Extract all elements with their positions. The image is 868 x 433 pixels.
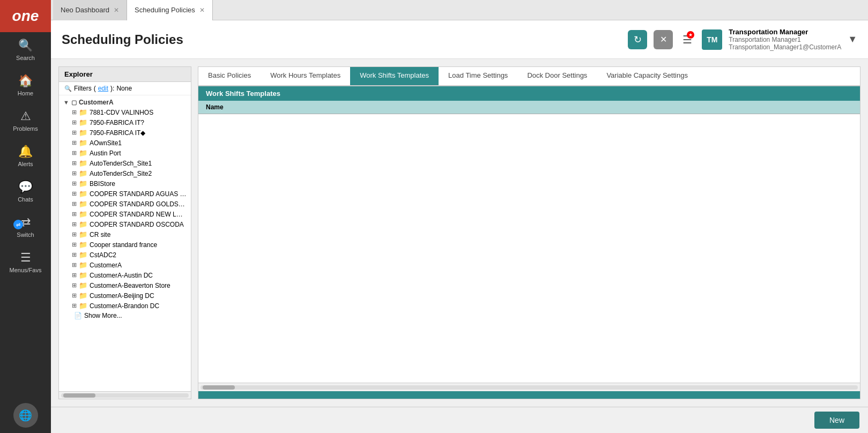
folder-icon: 📁 [79, 271, 87, 279]
expand-icon: ⊞ [72, 272, 77, 279]
explorer-horizontal-scrollbar[interactable] [61, 393, 189, 398]
folder-icon: 📁 [79, 241, 87, 249]
content-area: Explorer 🔍 Filters (edit): None ▼▢ Custo… [51, 59, 868, 407]
wst-table-header: Name [198, 101, 860, 114]
tree-label: AOwnSite1 [90, 139, 122, 147]
content-tab-label-basic-policies: Basic Policies [208, 71, 251, 79]
tree-item-austin-port[interactable]: ⊞📁Austin Port [59, 148, 191, 158]
tab-neo-dashboard[interactable]: Neo Dashboard ✕ [53, 0, 127, 20]
warning-icon: ⚠ [20, 109, 31, 123]
folder-icon: 📁 [79, 149, 87, 157]
tab-neo-dashboard-close[interactable]: ✕ [114, 6, 119, 14]
content-tab-dock-door-settings[interactable]: Dock Door Settings [517, 67, 597, 85]
expand-icon: ⊞ [72, 292, 77, 299]
sidebar-item-alerts[interactable]: 🔔 Alerts [0, 138, 51, 174]
folder-icon: 📁 [79, 261, 87, 269]
tree-item-cooper-aguas[interactable]: ⊞📁COOPER STANDARD AGUAS SEALING (3 [59, 189, 191, 199]
tree-label: CustomerA [79, 99, 114, 106]
filter-edit-link[interactable]: edit [98, 85, 108, 92]
sidebar-item-search[interactable]: 🔍 Search [0, 32, 51, 68]
content-tab-label-load-time-settings: Load Time Settings [448, 71, 508, 79]
tree-item-7950-it[interactable]: ⊞📁7950-FABRICA IT? [59, 117, 191, 128]
sidebar-avatar[interactable]: 🌐 [13, 403, 38, 428]
tree-item-show-more[interactable]: 📄Show More... [59, 311, 191, 320]
expand-icon: ⊞ [72, 160, 77, 167]
content-tab-basic-policies[interactable]: Basic Policies [198, 67, 261, 85]
sidebar-item-menus[interactable]: ☰ Menus/Favs [0, 244, 51, 280]
tree-label: 7950-FABRICA IT? [90, 119, 144, 126]
sidebar-item-switch[interactable]: ⇄ ⇌ Switch [0, 209, 51, 244]
sidebar-item-chats[interactable]: 💬 Chats [0, 174, 51, 209]
explorer-panel: Explorer 🔍 Filters (edit): None ▼▢ Custo… [58, 66, 191, 399]
folder-icon: 📁 [79, 118, 87, 126]
folder-icon: 📁 [79, 281, 87, 289]
filter-icon: 🔍 [64, 85, 72, 92]
root-minus-icon: ▢ [71, 99, 77, 106]
tree-item-cstadc2[interactable]: ⊞📁CstADC2 [59, 250, 191, 260]
content-tab-work-hours-templates[interactable]: Work Hours Templates [261, 67, 350, 85]
expand-icon: ⊞ [72, 251, 77, 258]
refresh-button[interactable]: ↻ [628, 30, 647, 49]
wst-horizontal-scrollbar[interactable] [201, 385, 858, 390]
user-dropdown-arrow[interactable]: ▼ [848, 34, 857, 45]
tree-item-customerA-beaverton[interactable]: ⊞📁CustomerA-Beaverton Store [59, 280, 191, 290]
expand-icon: ⊞ [72, 211, 77, 218]
folder-icon: 📁 [79, 200, 87, 208]
page-title: Scheduling Policies [62, 32, 183, 47]
doc-icon: 📄 [74, 312, 82, 319]
close-button[interactable]: ✕ [654, 30, 673, 49]
chat-icon: 💬 [18, 180, 33, 194]
tree-label: COOPER STANDARD NEW LEXINGTON [90, 211, 187, 218]
wst-title-bar: Work Shifts Templates [198, 86, 860, 101]
content-tab-work-shifts-templates[interactable]: Work Shifts Templates [350, 67, 439, 85]
tree-item-bbistore[interactable]: ⊞📁BBIStore [59, 178, 191, 189]
tree-label: Show More... [84, 312, 122, 319]
bottom-bar: New [51, 407, 868, 433]
new-button[interactable]: New [814, 412, 859, 429]
expand-icon: ⊞ [72, 241, 77, 248]
tree-label: BBIStore [90, 180, 115, 188]
tree-item-cooper-new-lex[interactable]: ⊞📁COOPER STANDARD NEW LEXINGTON [59, 209, 191, 219]
sidebar-item-label-switch: Switch [17, 232, 34, 238]
folder-icon: 📁 [79, 251, 87, 259]
sidebar-item-problems[interactable]: ⚠ Problems [0, 103, 51, 138]
tree-label: 7881-CDV VALINHOS [90, 109, 153, 116]
filter-edit-paren-open: ( [94, 85, 96, 92]
tree-item-cr-site[interactable]: ⊞📁CR site [59, 229, 191, 240]
content-tab-load-time-settings[interactable]: Load Time Settings [439, 67, 517, 85]
folder-icon: 📁 [79, 230, 87, 238]
tree-item-auto-tender-site2[interactable]: ⊞📁AutoTenderSch_Site2 [59, 168, 191, 178]
tree-item-7950-it2[interactable]: ⊞📁7950-FABRICA IT◆ [59, 128, 191, 138]
sidebar-item-label-chats: Chats [18, 196, 33, 203]
user-info: Transportation Manager Transportation Ma… [729, 28, 841, 51]
tree-item-customerA-austin-dc[interactable]: ⊞📁CustomerA-Austin DC [59, 270, 191, 280]
tree-item-7881[interactable]: ⊞📁7881-CDV VALINHOS [59, 107, 191, 117]
expand-icon: ⊞ [72, 139, 77, 146]
explorer-filter-bar: 🔍 Filters (edit): None [59, 82, 191, 95]
tree-item-customerA-beijing[interactable]: ⊞📁CustomerA-Beijing DC [59, 290, 191, 301]
sidebar-item-label-home: Home [18, 90, 33, 96]
tree-item-customerA-root[interactable]: ▼▢ CustomerA [59, 98, 191, 107]
tab-scheduling-policies[interactable]: Scheduling Policies ✕ [127, 0, 213, 20]
tree-item-aownsite1[interactable]: ⊞📁AOwnSite1 [59, 138, 191, 148]
tree-item-cooper-goldsboro[interactable]: ⊞📁COOPER STANDARD GOLDSBORO [59, 199, 191, 209]
expand-icon: ⊞ [72, 221, 77, 228]
sidebar-item-home[interactable]: 🏠 Home [0, 68, 51, 103]
tree-item-cooper-france[interactable]: ⊞📁Cooper standard france [59, 240, 191, 250]
tree-item-auto-tender-site1[interactable]: ⊞📁AutoTenderSch_Site1 [59, 158, 191, 168]
tree-label: CustomerA-Austin DC [90, 272, 153, 279]
folder-icon: 📁 [79, 139, 87, 147]
expand-icon: ⊞ [72, 180, 77, 187]
tree-label: COOPER STANDARD GOLDSBORO [90, 200, 187, 208]
content-tab-variable-capacity-settings[interactable]: Variable Capacity Settings [597, 67, 698, 85]
tab-scheduling-policies-close[interactable]: ✕ [199, 6, 205, 14]
tree-item-customerA-brandon[interactable]: ⊞📁CustomerA-Brandon DC [59, 301, 191, 311]
expand-icon: ⊞ [72, 129, 77, 136]
tree-item-customerA[interactable]: ⊞📁CustomerA [59, 260, 191, 270]
app-logo[interactable]: one [0, 0, 51, 32]
explorer-scrollbar-thumb [63, 393, 95, 398]
tree-item-cooper-oscoda[interactable]: ⊞📁COOPER STANDARD OSCODA [59, 219, 191, 229]
tab-scheduling-policies-label: Scheduling Policies [135, 6, 195, 14]
sidebar-item-label-alerts: Alerts [18, 161, 33, 167]
content-tab-label-work-shifts-templates: Work Shifts Templates [360, 71, 429, 79]
